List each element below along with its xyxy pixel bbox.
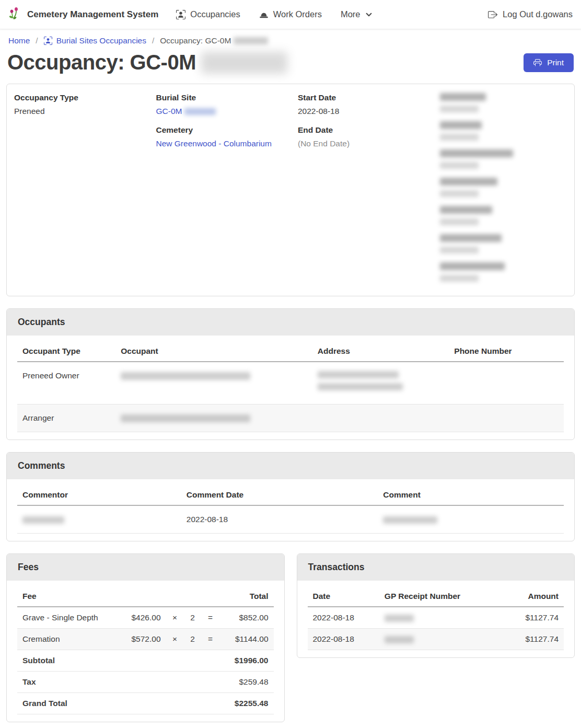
page-title: Occupancy: GC-0M — [7, 51, 287, 74]
hard-hat-icon — [259, 10, 269, 19]
table-header-row: Fee Total — [17, 585, 274, 607]
redacted-field — [440, 234, 567, 253]
col-amount: Amount — [492, 585, 564, 607]
field-label: Burial Site — [156, 93, 284, 102]
logout-label: Log Out d.gowans — [503, 9, 573, 19]
table-row: Arranger — [17, 405, 564, 432]
field-occupancy-type: Occupancy Type Preneed — [14, 93, 142, 117]
grand-total-label: Grand Total — [17, 693, 219, 714]
field-burial-site: Burial Site GC-0M — [156, 93, 284, 117]
fee-total-cell: $852.00 — [219, 607, 274, 629]
col-fee: Fee — [17, 585, 118, 607]
print-button[interactable]: Print — [524, 53, 574, 72]
tax-value: $259.48 — [219, 672, 274, 693]
field-value: Preneed — [14, 106, 142, 117]
field-start-date: Start Date 2022-08-18 — [298, 93, 425, 117]
fee-price-cell: $572.00 — [118, 629, 166, 650]
col-occupant-type: Occupant Type — [17, 340, 115, 362]
table-row: 2022-08-18 — [17, 505, 564, 534]
col-comment: Comment — [378, 483, 564, 505]
table-row: Cremation $572.00 × 2 = $1144.00 — [17, 629, 274, 650]
field-label: Occupancy Type — [14, 93, 142, 102]
burial-site-link[interactable]: GC-0M — [156, 107, 182, 115]
subtotal-value: $1996.00 — [219, 650, 274, 672]
transactions-body: Date GP Receipt Number Amount 2022-08-18… — [297, 581, 575, 657]
table-row: 2022-08-18 $1127.74 — [308, 607, 564, 629]
col-date: Date — [308, 585, 379, 607]
transaction-date-cell: 2022-08-18 — [308, 607, 379, 629]
app-brand[interactable]: Cemetery Management System — [8, 7, 158, 22]
nav-label-work-orders: Work Orders — [273, 9, 322, 19]
detail-col-1: Occupancy Type Preneed — [7, 93, 149, 291]
redacted-field — [440, 149, 567, 169]
table-header-row: Date GP Receipt Number Amount — [308, 585, 564, 607]
comment-date-cell: 2022-08-18 — [181, 505, 378, 534]
redacted-occupancy-id — [201, 52, 287, 74]
redacted-field — [440, 262, 567, 282]
transaction-date-cell: 2022-08-18 — [308, 629, 379, 650]
grand-total-row: Grand Total $2255.48 — [17, 693, 274, 714]
field-value: GC-0M — [156, 106, 284, 117]
breadcrumb-separator: / — [152, 36, 154, 45]
fee-multiply-cell: × — [166, 607, 184, 629]
occupant-cell — [115, 405, 312, 432]
breadcrumb-home[interactable]: Home — [8, 36, 30, 45]
table-row: Grave - Single Depth $426.00 × 2 = $852.… — [17, 607, 274, 629]
occupants-table: Occupant Type Occupant Address Phone Num… — [17, 340, 564, 432]
fee-equals-cell: = — [202, 629, 219, 650]
tax-label: Tax — [17, 672, 219, 693]
breadcrumb-current: Occupancy: GC-0M — [160, 36, 268, 45]
fee-multiply-cell: × — [166, 629, 184, 650]
breadcrumb-current-label: Occupancy: GC-0M — [160, 36, 231, 45]
phone-cell — [449, 405, 564, 432]
field-label: Cemetery — [156, 125, 284, 135]
breadcrumb-burial-sites-occupancies[interactable]: Burial Sites Occupancies — [44, 36, 146, 45]
person-bounding-box-icon — [44, 37, 52, 45]
receipt-number-cell — [379, 607, 492, 629]
occupants-body: Occupant Type Occupant Address Phone Num… — [7, 336, 574, 440]
table-row: Preneed Owner — [17, 362, 564, 405]
redacted-field — [440, 206, 567, 225]
col-gp-receipt-number: GP Receipt Number — [379, 585, 492, 607]
comments-card: Comments Commentor Comment Date Comment … — [6, 452, 575, 541]
occupancy-detail-card: Occupancy Type Preneed Burial Site GC-0M… — [6, 84, 575, 296]
transactions-header: Transactions — [297, 554, 575, 581]
detail-col-4-redacted — [433, 93, 575, 291]
page-head: Occupancy: GC-0M Print — [0, 47, 581, 84]
fee-total-cell: $1144.00 — [219, 629, 274, 650]
amount-cell: $1127.74 — [492, 629, 564, 650]
printer-icon — [533, 59, 542, 67]
logout-button[interactable]: Log Out d.gowans — [488, 9, 573, 19]
col-total: Total — [219, 585, 274, 607]
page-title-text: Occupancy: GC-0M — [7, 51, 196, 74]
table-header-row: Occupant Type Occupant Address Phone Num… — [17, 340, 564, 362]
nav-label-more: More — [341, 9, 361, 19]
detail-col-3: Start Date 2022-08-18 End Date (No End D… — [290, 93, 433, 291]
fee-name-cell: Grave - Single Depth — [17, 607, 118, 629]
person-bounding-box-icon — [176, 10, 185, 19]
address-cell — [312, 405, 449, 432]
subtotal-label: Subtotal — [17, 650, 219, 672]
occupant-type-cell: Arranger — [17, 405, 115, 432]
fees-table: Fee Total Grave - Single Depth $426.00 ×… — [17, 585, 274, 714]
cemetery-link[interactable]: New Greenwood - Columbarium — [156, 139, 272, 148]
nav-item-work-orders[interactable]: Work Orders — [259, 9, 322, 19]
tulip-logo-icon — [8, 7, 22, 22]
nav-item-occupancies[interactable]: Occupancies — [176, 9, 240, 19]
tax-row: Tax $259.48 — [17, 672, 274, 693]
table-row: 2022-08-18 $1127.74 — [308, 629, 564, 650]
transactions-table: Date GP Receipt Number Amount 2022-08-18… — [308, 585, 564, 650]
fees-header: Fees — [7, 554, 284, 581]
col-commentor: Commentor — [17, 483, 181, 505]
col-address: Address — [312, 340, 449, 362]
field-label: End Date — [298, 125, 425, 135]
grand-total-value: $2255.48 — [219, 693, 274, 714]
amount-cell: $1127.74 — [492, 607, 564, 629]
commentor-cell — [17, 505, 181, 534]
comments-body: Commentor Comment Date Comment 2022-08-1… — [7, 479, 574, 541]
redacted-burial-site-id — [184, 108, 216, 115]
breadcrumb-parent-label: Burial Sites Occupancies — [56, 36, 146, 45]
breadcrumb: Home / Burial Sites Occupancies / Occupa… — [0, 29, 581, 47]
comment-cell — [378, 505, 564, 534]
nav-item-more[interactable]: More — [341, 9, 373, 19]
